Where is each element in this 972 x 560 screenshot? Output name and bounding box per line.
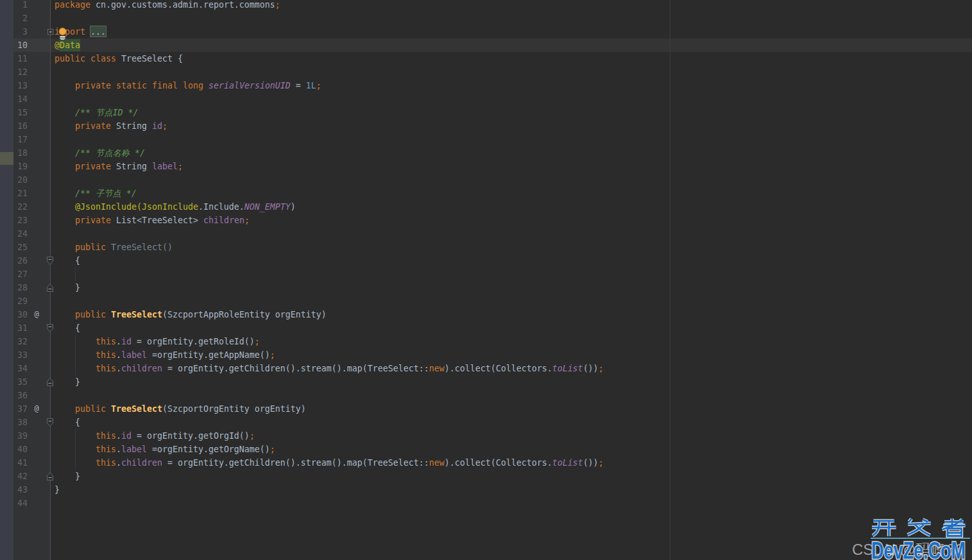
code-token: ; [270,445,275,454]
code-token: ; [599,458,604,468]
code-line[interactable]: 13 private static final long serialVersi… [0,79,972,92]
code-token: id [121,337,132,346]
code-token [55,216,75,225]
code-line[interactable]: 44 [0,496,972,510]
code-token [55,81,75,90]
line-number: 33 [13,348,28,362]
code-token: TreeSelect [111,404,162,414]
code-token: id [152,121,162,131]
code-line[interactable]: 12 [0,65,972,79]
code-line[interactable]: 26 { [0,254,972,267]
code-token: /** 子节点 */ [75,189,137,198]
code-line[interactable]: 20 [0,173,972,187]
code-line[interactable]: 32 this.id = orgEntity.getRoleId(); [0,335,972,348]
code-line[interactable]: 39 this.id = orgEntity.getOrgId(); [0,429,972,443]
code-text: /** 节点名称 */ [55,146,145,160]
code-token [55,242,75,252]
code-token [203,81,209,90]
code-line[interactable]: 10@Data [0,38,972,52]
line-number: 16 [13,119,28,133]
code-line[interactable]: 16 private String id; [0,119,972,133]
code-line[interactable]: 22 @JsonInclude(JsonInclude.Include.NON_… [0,200,972,214]
code-token: 1L [306,81,316,90]
code-line[interactable]: 38 { [0,416,972,429]
fold-region-icon[interactable] [47,472,54,481]
code-token: private [75,121,111,131]
code-line[interactable]: 23 private List<TreeSelect> children; [0,214,972,227]
line-number: 23 [13,214,28,227]
code-line[interactable]: 33 this.label =orgEntity.getAppName(); [0,348,972,362]
code-token: public [75,404,106,414]
code-token: class [90,54,116,64]
code-line[interactable]: 29 [0,294,972,308]
line-number: 13 [13,79,28,92]
code-text: this.id = orgEntity.getOrgId(); [55,429,255,443]
code-line[interactable]: 42 } [0,470,972,483]
code-line[interactable]: 21 /** 子节点 */ [0,187,972,200]
code-line[interactable]: 25 public TreeSelect() [0,241,972,254]
code-token [55,148,75,158]
code-token [55,121,75,131]
code-line[interactable]: 19 private String label; [0,160,972,173]
fold-expand-icon[interactable] [47,29,54,35]
code-token: (SzcportAppRoleEntity orgEntity) [162,310,327,319]
code-text: } [55,470,80,483]
code-line[interactable]: 17 [0,133,972,146]
annotation-gutter-icon[interactable]: @ [32,308,41,321]
intention-bulb-icon[interactable] [58,27,67,44]
fold-region-icon[interactable] [47,284,54,293]
code-line[interactable]: 24 [0,227,972,241]
fold-region-icon[interactable] [47,324,54,333]
code-text: private String label; [55,160,183,173]
code-token [55,445,96,454]
line-number: 12 [13,65,28,79]
code-token: new [429,458,445,468]
code-line[interactable]: 28 } [0,281,972,294]
fold-region-icon[interactable] [47,257,54,266]
code-text: } [55,281,80,294]
line-number: 14 [13,92,28,106]
fold-region-icon[interactable] [47,378,54,387]
code-line[interactable]: 40 this.label =orgEntity.getOrgName(); [0,443,972,456]
line-number: 24 [13,227,28,241]
folded-imports-placeholder[interactable]: ... [90,26,106,37]
code-line[interactable]: 30@ public TreeSelect(SzcportAppRoleEnti… [0,308,972,321]
fold-region-icon[interactable] [47,418,54,427]
code-line[interactable]: 27 [0,267,972,281]
code-token: . [116,337,121,346]
code-token: = orgEntity.getChildren().stream().map(T… [162,364,429,373]
code-text: { [55,321,80,335]
code-area[interactable]: 1package cn.gov.customs.admin.report.com… [0,0,972,560]
brand-hanzi [872,519,966,537]
code-token [55,364,96,373]
code-text: { [55,416,80,429]
annotation-gutter-icon[interactable]: @ [32,402,41,416]
code-line[interactable]: 34 this.children = orgEntity.getChildren… [0,362,972,375]
line-number: 11 [13,52,28,65]
code-line[interactable]: 3import ... [0,25,972,38]
code-line[interactable]: 37@ public TreeSelect(SzcportOrgEntity o… [0,402,972,416]
code-token: TreeSelect { [116,54,183,64]
line-number: 19 [13,160,28,173]
code-text: } [55,483,60,496]
code-line[interactable]: 11public class TreeSelect { [0,52,972,65]
code-token: ; [599,364,604,373]
line-number: 21 [13,187,28,200]
line-number: 25 [13,241,28,254]
line-number: 39 [13,429,28,443]
code-line[interactable]: 1package cn.gov.customs.admin.report.com… [0,0,972,12]
code-line[interactable]: 35 } [0,375,972,389]
code-line[interactable]: 2 [0,12,972,25]
code-line[interactable]: 18 /** 节点名称 */ [0,146,972,160]
code-line[interactable]: 36 [0,389,972,402]
line-number: 22 [13,200,28,214]
code-line[interactable]: 14 [0,92,972,106]
code-line[interactable]: 43} [0,483,972,496]
code-line[interactable]: 15 /** 节点ID */ [0,106,972,119]
code-line[interactable]: 31 { [0,321,972,335]
code-text: this.children = orgEntity.getChildren().… [55,362,604,375]
code-line[interactable]: 41 this.children = orgEntity.getChildren… [0,456,972,470]
code-text: this.label =orgEntity.getAppName(); [55,348,275,362]
code-token [85,27,90,37]
code-token: final [152,81,178,90]
